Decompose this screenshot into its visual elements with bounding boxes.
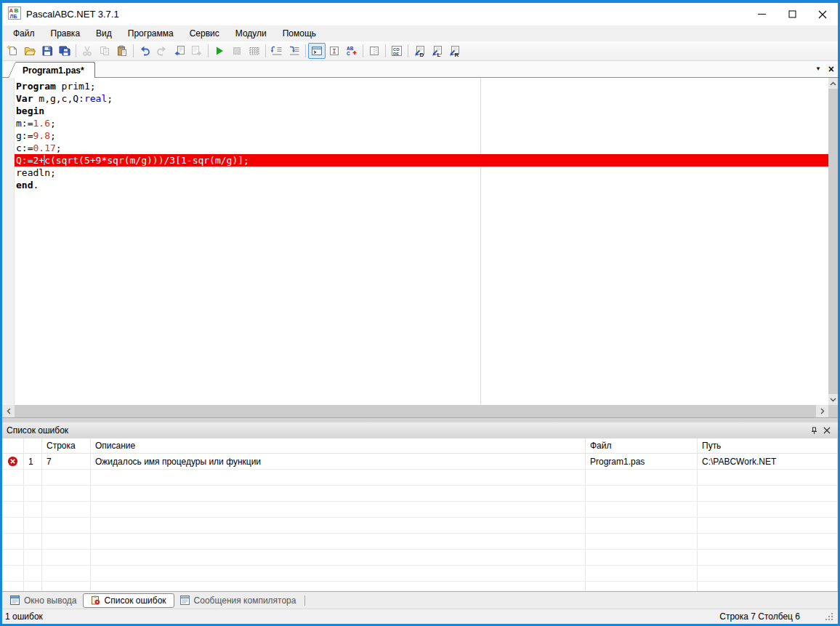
column-header-index[interactable] bbox=[24, 438, 42, 453]
bottom-tab-compiler-messages[interactable]: Сообщения компилятора bbox=[174, 593, 302, 608]
column-header-description[interactable]: Описание bbox=[91, 438, 586, 453]
code-template-button[interactable]: CODE bbox=[388, 43, 405, 59]
toolbar-separator bbox=[305, 44, 306, 57]
bottom-tab-error-list[interactable]: Список ошибок bbox=[83, 593, 174, 608]
compile-button[interactable] bbox=[246, 43, 263, 59]
svg-text:A: A bbox=[9, 7, 14, 14]
empty-cell bbox=[42, 534, 91, 549]
stop-button[interactable] bbox=[228, 43, 246, 59]
error-line[interactable]: Q:=2+c(sqrt(5+9*sqr(m/g)))/3[1-sqr(m/g)]… bbox=[15, 154, 828, 166]
redo-button[interactable] bbox=[153, 43, 171, 59]
copy-button[interactable] bbox=[96, 43, 113, 59]
resize-grip[interactable] bbox=[825, 611, 835, 622]
menu-item-program[interactable]: Программа bbox=[120, 26, 182, 41]
open-file-button[interactable] bbox=[21, 43, 39, 59]
editor-gutter bbox=[2, 78, 15, 405]
save-file-button[interactable] bbox=[39, 43, 56, 59]
text-window-button[interactable] bbox=[326, 43, 343, 59]
bottom-tab-label: Окно вывода bbox=[24, 595, 77, 606]
menu-item-edit[interactable]: Правка bbox=[43, 26, 89, 41]
code-line[interactable]: m:=1.6; bbox=[15, 117, 828, 129]
horizontal-scrollbar[interactable] bbox=[2, 405, 838, 417]
panel-splitter[interactable] bbox=[2, 417, 838, 422]
tab-list-dropdown-icon[interactable]: ▼ bbox=[815, 66, 821, 72]
column-header-path[interactable]: Путь bbox=[698, 438, 838, 453]
maximize-button[interactable] bbox=[777, 3, 807, 25]
menu-item-help[interactable]: Помощь bbox=[275, 26, 324, 41]
abc-net-button[interactable]: ABC bbox=[343, 43, 360, 59]
status-bar: 1 ошибок Строка 7 Столбец 6 bbox=[2, 609, 838, 624]
empty-cell bbox=[698, 550, 838, 565]
scroll-down-button[interactable] bbox=[828, 394, 838, 405]
error-line-cell: 7 bbox=[42, 454, 91, 469]
code-token: 0.17 bbox=[33, 143, 55, 153]
minimize-button[interactable] bbox=[746, 3, 777, 25]
menu-item-view[interactable]: Вид bbox=[88, 26, 120, 41]
code-line[interactable]: Var m,g,c,Q:real; bbox=[15, 92, 828, 105]
menu-item-service[interactable]: Сервис bbox=[182, 26, 227, 41]
tab-close-icon[interactable]: × bbox=[828, 64, 834, 74]
column-header-file[interactable]: Файл bbox=[586, 438, 698, 453]
tab-program1[interactable]: Program1.pas* bbox=[18, 62, 95, 78]
svg-text:DE: DE bbox=[393, 52, 399, 56]
net-decompile-d-button[interactable]: D bbox=[411, 43, 428, 59]
new-file-button[interactable] bbox=[4, 43, 21, 59]
code-token: Q:=2+ bbox=[16, 155, 44, 166]
code-token: c:= bbox=[16, 143, 33, 153]
pin-icon[interactable] bbox=[807, 424, 820, 437]
code-line[interactable]: g:=9.8; bbox=[15, 129, 828, 142]
empty-cell bbox=[2, 534, 24, 549]
toolbar-separator bbox=[363, 44, 363, 57]
goto-next-button[interactable] bbox=[188, 43, 206, 59]
code-line[interactable]: c:=0.17; bbox=[15, 142, 828, 154]
empty-cell bbox=[2, 550, 24, 565]
outdent-button[interactable] bbox=[268, 43, 286, 59]
column-header-line[interactable]: Строка bbox=[42, 438, 91, 453]
toolbar-separator bbox=[385, 44, 386, 57]
scroll-track[interactable] bbox=[15, 405, 816, 417]
menu-item-modules[interactable]: Модули bbox=[227, 26, 275, 41]
empty-cell bbox=[2, 486, 24, 501]
code-line[interactable]: Program prim1; bbox=[15, 80, 828, 92]
net-decompile-r-button[interactable]: R bbox=[445, 43, 463, 59]
close-button[interactable] bbox=[807, 3, 838, 25]
code-token: . bbox=[33, 180, 39, 190]
scroll-up-button[interactable] bbox=[828, 78, 838, 89]
code-area[interactable]: Program prim1;Var m,g,c,Q:real;beginm:=1… bbox=[15, 78, 828, 405]
goto-prev-button[interactable] bbox=[171, 43, 188, 59]
run-button[interactable] bbox=[211, 43, 228, 59]
error-panel-title: Список ошибок bbox=[7, 425, 807, 436]
empty-cell bbox=[698, 582, 838, 591]
code-token: c(sqrt(5+9*sqr(m/g)))/3[1-sqr(m/g)]; bbox=[44, 155, 249, 166]
indent-button[interactable] bbox=[286, 43, 303, 59]
vertical-scrollbar[interactable] bbox=[828, 78, 838, 405]
cut-button[interactable] bbox=[78, 43, 96, 59]
column-header-icon[interactable] bbox=[2, 438, 24, 453]
empty-cell bbox=[42, 486, 91, 501]
code-line[interactable]: readln; bbox=[15, 166, 828, 179]
frames-icon bbox=[368, 45, 380, 57]
scroll-left-button[interactable] bbox=[2, 405, 15, 417]
show-output-button[interactable] bbox=[308, 43, 326, 59]
save-all-button[interactable] bbox=[56, 43, 73, 59]
menu-item-file[interactable]: Файл bbox=[5, 26, 43, 41]
code-editor: Program prim1;Var m,g,c,Q:real;beginm:=1… bbox=[2, 78, 838, 405]
code-token: ; bbox=[50, 118, 56, 129]
empty-cell bbox=[586, 502, 698, 517]
scroll-right-button[interactable] bbox=[816, 405, 828, 417]
code-line[interactable]: end. bbox=[15, 179, 828, 191]
bottom-tab-output-window[interactable]: Окно вывода bbox=[4, 593, 83, 608]
net-decompile-l-button[interactable]: L bbox=[428, 43, 445, 59]
goto-prev-icon bbox=[174, 45, 185, 57]
undo-button[interactable] bbox=[136, 43, 153, 59]
goto-next-icon bbox=[191, 45, 203, 57]
panel-close-icon[interactable] bbox=[820, 424, 833, 437]
empty-cell bbox=[2, 566, 24, 581]
code-line[interactable]: begin bbox=[15, 105, 828, 117]
error-table-header: СтрокаОписаниеФайлПуть bbox=[2, 438, 838, 454]
indent-icon bbox=[288, 45, 300, 57]
empty-cell bbox=[2, 470, 24, 485]
paste-button[interactable] bbox=[113, 43, 131, 59]
error-row[interactable]: 17Ожидалось имя процедуры или функцииPro… bbox=[2, 454, 838, 470]
frames-button[interactable] bbox=[366, 43, 383, 59]
